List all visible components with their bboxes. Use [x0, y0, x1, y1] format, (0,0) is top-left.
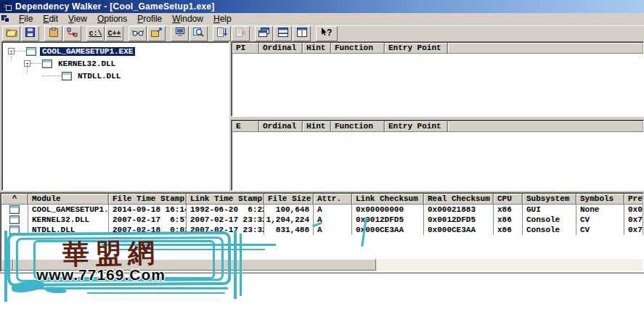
open-button[interactable] — [2, 26, 20, 41]
menu-help[interactable]: Help — [208, 13, 237, 25]
watermark-ink-blob — [11, 279, 46, 294]
column-header-link-checksum[interactable]: Link Checksum — [352, 194, 424, 204]
tile-vertical-icon — [297, 27, 307, 40]
column-header-symbols[interactable]: Symbols — [576, 194, 624, 204]
cell-subsystem: GUI — [523, 205, 576, 215]
cell-attr: A — [314, 205, 352, 215]
column-header-ordinal[interactable]: Ordinal^ — [259, 121, 303, 131]
parent-imports-pane: PI Ordinal^ Hint Function Entry Point — [231, 41, 644, 117]
tree-item-label[interactable]: NTDLL.DLL — [76, 72, 123, 81]
column-header-cpu[interactable]: CPU — [494, 194, 523, 204]
table-row[interactable]: KERNEL32.DLL 2007-02-17 6:57 2007-02-17 … — [1, 215, 643, 225]
column-header-filler — [448, 121, 643, 131]
app-icon — [2, 2, 12, 12]
menu-bar: File Edit View Options Profile Window He… — [0, 13, 644, 25]
menu-options[interactable]: Options — [92, 13, 132, 25]
column-header-entry-point[interactable]: Entry Point — [385, 121, 448, 131]
column-header-function[interactable]: Function — [331, 121, 385, 131]
menu-file[interactable]: File — [14, 13, 38, 25]
column-header-pi[interactable]: PI — [232, 43, 259, 53]
cell-link-time: 2007-02-17 23:32 — [187, 225, 264, 235]
module-list-pane: ^ Module File Time Stamp Link Time Stamp… — [0, 192, 644, 272]
tree-item-cool-gamesetup1[interactable]: - COOL_GAMESETUP1.EXE — [2, 45, 229, 57]
menu-profile[interactable]: Profile — [132, 13, 167, 25]
column-header-function[interactable]: Function — [331, 43, 385, 53]
scrollbar-thumb[interactable] — [13, 259, 376, 271]
parent-imports-header: PI Ordinal^ Hint Function Entry Point — [232, 43, 643, 54]
copy-button[interactable] — [44, 26, 62, 41]
column-header-attr[interactable]: Attr. — [314, 194, 352, 204]
column-header-subsystem[interactable]: Subsystem — [523, 194, 576, 204]
column-header-hint[interactable]: Hint — [303, 43, 331, 53]
toolbar: c:\ C++ — [0, 25, 644, 41]
cell-module: COOL_GAMESETUP1.EXE — [28, 205, 109, 215]
module-icon — [9, 205, 20, 214]
horizontal-scrollbar[interactable] — [1, 259, 643, 271]
cell-link-time: 2007-02-17 23:32 — [187, 215, 264, 225]
left-arrow-icon — [6, 262, 9, 268]
properties-button[interactable] — [147, 26, 166, 41]
external-viewer-button[interactable] — [129, 26, 147, 41]
tree-item-label[interactable]: KERNEL32.DLL — [56, 59, 118, 68]
column-header-module[interactable]: Module — [28, 194, 109, 204]
scroll-left-button[interactable] — [1, 259, 13, 271]
document-x-icon-disabled — [236, 27, 246, 40]
exports-pane: E Ordinal^ Hint Function Entry Point — [231, 120, 644, 191]
column-header-ordinal[interactable]: Ordinal^ — [259, 43, 303, 53]
table-row[interactable]: COOL_GAMESETUP1.EXE 2014-09-18 16:14 199… — [1, 205, 643, 215]
cell-preferred-base: 0x7C8 — [624, 215, 643, 225]
menu-view[interactable]: View — [63, 13, 92, 25]
mdi-child-icon[interactable] — [1, 15, 11, 23]
sort-indicator: ^ — [293, 52, 302, 53]
watermark-ink-blob — [45, 287, 68, 294]
log-button[interactable] — [213, 26, 231, 41]
cell-real-checksum: 0x0012DFD5 — [424, 215, 494, 225]
module-icon — [42, 59, 52, 68]
cell-link-checksum: 0x00000000 — [352, 205, 424, 215]
tree-item-label[interactable]: COOL_GAMESETUP1.EXE — [40, 47, 135, 56]
table-row[interactable]: NTDLL.DLL 2007-02-18 0:02 2007-02-17 23:… — [1, 225, 643, 235]
column-header-file-time[interactable]: File Time Stamp — [109, 194, 187, 204]
menu-window[interactable]: Window — [167, 13, 208, 25]
svg-text:?: ? — [327, 28, 332, 37]
tile-horizontal-icon — [278, 27, 288, 40]
tree-item-kernel32[interactable]: - KERNEL32.DLL — [2, 57, 229, 70]
column-header-sort[interactable]: ^ — [1, 194, 28, 204]
column-header-hint[interactable]: Hint — [303, 121, 331, 131]
auto-expand-button[interactable] — [63, 26, 81, 41]
sort-indicator: ^ — [293, 131, 302, 131]
cell-link-time: 1992-06-20 6:22 — [187, 205, 264, 215]
row-icon-cell — [1, 205, 28, 215]
full-paths-button[interactable]: c:\ — [86, 26, 105, 41]
system-info-button[interactable] — [171, 26, 189, 41]
tile-vertical-button[interactable] — [293, 26, 311, 41]
cell-file-size: 100,648 — [264, 205, 314, 215]
column-header-preferred-base[interactable]: Prefe — [624, 194, 643, 204]
cell-link-checksum: 0x0012DFD5 — [352, 215, 424, 225]
clear-log-button[interactable] — [232, 26, 250, 41]
search-button[interactable] — [189, 26, 208, 41]
column-header-link-time[interactable]: Link Time Stamp — [187, 194, 264, 204]
exports-header: E Ordinal^ Hint Function Entry Point — [232, 121, 643, 132]
row-icon-cell — [1, 225, 28, 235]
context-help-button[interactable]: ? — [316, 26, 338, 41]
undecorate-cpp-button[interactable]: C++ — [105, 26, 123, 41]
tree-item-ntdll[interactable]: NTDLL.DLL — [2, 70, 229, 82]
save-button[interactable] — [21, 26, 39, 41]
tree-connector — [27, 65, 28, 73]
cell-file-time: 2007-02-18 0:02 — [109, 225, 187, 235]
column-header-real-checksum[interactable]: Real Checksum — [424, 194, 494, 204]
tile-horizontal-button[interactable] — [274, 26, 292, 41]
cascade-windows-button[interactable] — [255, 26, 273, 41]
floppy-icon — [25, 27, 35, 40]
module-icon — [26, 47, 36, 56]
column-header-file-size[interactable]: File Size — [264, 194, 314, 204]
module-icon — [9, 226, 20, 234]
menu-edit[interactable]: Edit — [38, 13, 63, 25]
column-header-entry-point[interactable]: Entry Point — [385, 43, 448, 53]
cell-file-time: 2007-02-17 6:57 — [109, 215, 187, 225]
computer-icon — [175, 27, 185, 40]
column-header-e[interactable]: E — [232, 121, 259, 131]
watermark-line — [25, 287, 228, 289]
row-icon-cell — [1, 215, 28, 225]
